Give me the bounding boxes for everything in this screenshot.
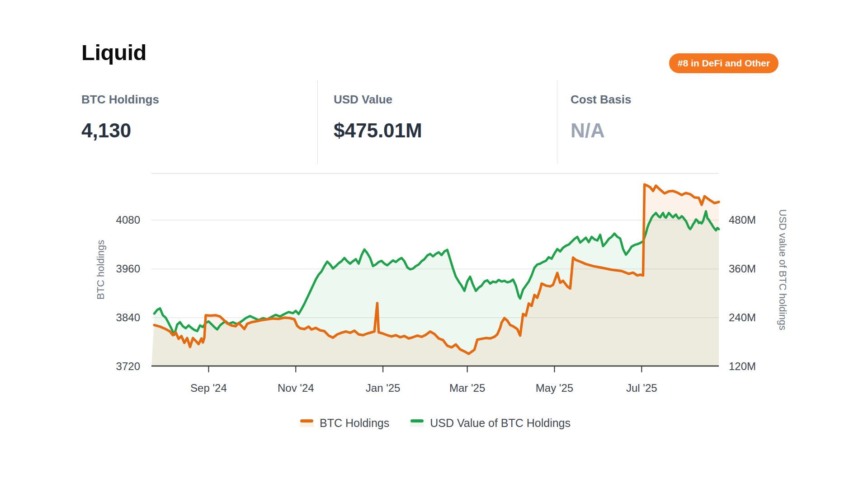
stat-value: $475.01M: [334, 119, 524, 142]
stat-divider: [317, 80, 318, 164]
x-axis-tick-label: May '25: [523, 382, 586, 394]
line-swatch-icon: [410, 419, 424, 427]
stat-label: USD Value: [334, 93, 524, 107]
x-axis-tick-label: Jan '25: [351, 382, 415, 394]
chart-legend: BTC Holdings USD Value of BTC Holdings: [151, 417, 719, 430]
holdings-chart-svg: [151, 173, 719, 374]
legend-item-usd-value[interactable]: USD Value of BTC Holdings: [410, 417, 571, 430]
rank-badge: #8 in DeFi and Other: [669, 53, 778, 73]
stat-cost-basis: Cost Basis N/A: [571, 93, 760, 142]
legend-label: BTC Holdings: [320, 417, 389, 430]
page-title: Liquid: [81, 40, 146, 65]
x-axis-tick-label: Nov '24: [264, 382, 327, 394]
x-axis-tick-label: Mar '25: [436, 382, 499, 394]
stat-btc-holdings: BTC Holdings 4,130: [81, 93, 271, 142]
y-right-tick-label: 120M: [729, 360, 783, 373]
stat-divider: [557, 80, 557, 164]
stat-label: Cost Basis: [571, 93, 760, 107]
legend-label: USD Value of BTC Holdings: [430, 417, 571, 430]
y-right-tick-label: 480M: [729, 214, 783, 226]
y-right-tick-label: 240M: [729, 311, 783, 324]
stat-value: 4,130: [81, 119, 271, 142]
stat-value: N/A: [571, 119, 760, 142]
x-axis-tick-label: Sep '24: [177, 382, 240, 394]
y-left-tick-label: 3960: [86, 263, 140, 275]
y-left-tick-label: 4080: [86, 214, 140, 226]
y-left-tick-label: 3840: [86, 311, 140, 324]
stat-usd-value: USD Value $475.01M: [334, 93, 524, 142]
legend-item-btc-holdings[interactable]: BTC Holdings: [300, 417, 389, 430]
y-left-tick-label: 3720: [86, 360, 140, 373]
liquid-dashboard-page: Liquid #8 in DeFi and Other BTC Holdings…: [0, 0, 868, 488]
y-right-tick-label: 360M: [729, 263, 783, 275]
x-axis-tick-label: Jul '25: [610, 382, 673, 394]
line-swatch-icon: [300, 419, 314, 427]
stat-label: BTC Holdings: [81, 93, 271, 107]
